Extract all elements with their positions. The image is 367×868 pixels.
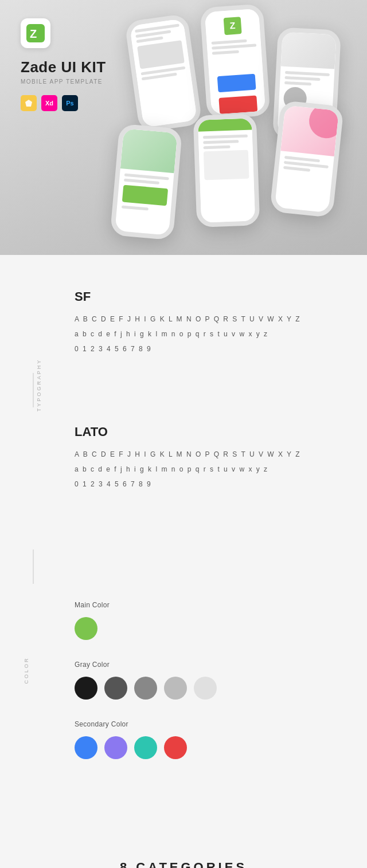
gray-swatch-3 xyxy=(134,677,157,700)
hero-section: Z Zade UI KIT MOBILE APP TEMPLATE Xd Ps xyxy=(0,0,367,255)
sketch-icon xyxy=(21,95,37,111)
main-color-label: Main Color xyxy=(75,601,344,609)
categories-section: 8 CATEGORIES WALKTHROUGHS SIGN IN & SIGN… xyxy=(0,826,367,868)
lato-uppercase: A B C D E F J H I G K L M N O P Q R S T … xyxy=(75,447,344,461)
secondary-teal xyxy=(134,736,157,759)
hero-content: Z Zade UI KIT MOBILE APP TEMPLATE Xd Ps xyxy=(21,18,106,111)
lato-font-block: LATO A B C D E F J H I G K L M N O P Q R… xyxy=(75,425,367,491)
main-color-swatch xyxy=(75,617,97,640)
gray-swatch-2 xyxy=(104,677,127,700)
product-title: Zade UI KIT xyxy=(21,58,106,76)
svg-marker-2 xyxy=(25,100,32,107)
secondary-red xyxy=(164,736,187,759)
svg-text:Z: Z xyxy=(30,28,37,40)
phone-mockup-1 xyxy=(124,13,202,132)
xd-icon: Xd xyxy=(41,95,57,111)
categories-title: 8 CATEGORIES xyxy=(0,860,367,868)
secondary-color-group: Secondary Color xyxy=(75,720,344,759)
divider-1 xyxy=(33,373,34,407)
gray-swatch-1 xyxy=(75,677,97,700)
product-subtitle: MOBILE APP TEMPLATE xyxy=(21,78,106,85)
colors-section: COLOR Main Color Gray Color Secondary Co… xyxy=(0,515,367,826)
gray-color-swatches xyxy=(75,677,344,700)
main-color-swatches xyxy=(75,617,344,640)
phone-mockup-5 xyxy=(193,113,260,227)
gray-swatch-5 xyxy=(194,677,217,700)
phone-mockup-6 xyxy=(270,100,344,218)
phones-showcase: Z xyxy=(97,0,367,255)
ps-icon: Ps xyxy=(62,95,78,111)
sf-font-block: SF A B C D E F J H I G K L M N O P Q R S… xyxy=(75,289,367,356)
lato-font-name: LATO xyxy=(75,425,344,439)
sf-font-name: SF xyxy=(75,289,344,304)
phone-mockup-2: Z xyxy=(200,3,270,119)
tool-icons: Xd Ps xyxy=(21,95,106,111)
lato-lowercase: a b c d e f j h i g k l m n o p q r s t … xyxy=(75,462,344,476)
sf-uppercase: A B C D E F J H I G K L M N O P Q R S T … xyxy=(75,312,344,326)
phone-mockup-4 xyxy=(110,124,183,241)
colors-label: COLOR xyxy=(24,657,29,684)
brand-logo: Z xyxy=(21,18,50,48)
typography-label: TYPOGRAPHY xyxy=(36,359,42,412)
lato-numbers: 0 1 2 3 4 5 6 7 8 9 xyxy=(75,477,344,491)
secondary-blue xyxy=(75,736,97,759)
sf-lowercase: a b c d e f j h i g k l m n o p q r s t … xyxy=(75,327,344,341)
divider-2 xyxy=(33,549,34,584)
sf-numbers: 0 1 2 3 4 5 6 7 8 9 xyxy=(75,342,344,356)
gray-swatch-4 xyxy=(164,677,187,700)
secondary-color-label: Secondary Color xyxy=(75,720,344,728)
main-color-group: Main Color xyxy=(75,601,344,640)
gray-color-label: Gray Color xyxy=(75,661,344,669)
gray-color-group: Gray Color xyxy=(75,661,344,700)
colors-content: Main Color Gray Color Secondary Color xyxy=(75,601,367,759)
secondary-color-swatches xyxy=(75,736,344,759)
secondary-purple xyxy=(104,736,127,759)
typography-section: TYPOGRAPHY SF A B C D E F J H I G K L M … xyxy=(0,255,367,515)
